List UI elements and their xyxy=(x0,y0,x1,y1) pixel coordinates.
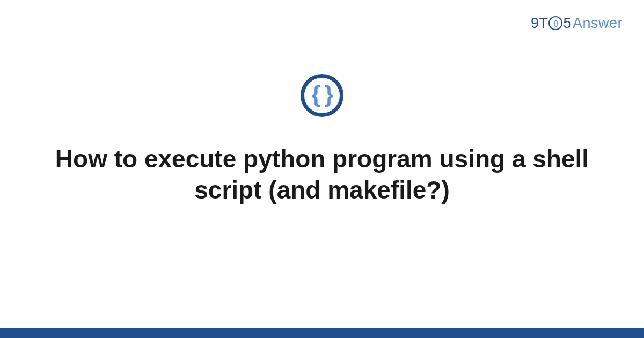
logo-text-9t: 9T xyxy=(531,15,548,32)
logo-o-braces: {} xyxy=(554,19,558,27)
code-braces-icon: { } xyxy=(301,74,343,117)
logo-text-5: 5 xyxy=(563,15,572,32)
question-title: How to execute python program using a sh… xyxy=(0,144,644,205)
logo-o-circle: {} xyxy=(548,16,562,30)
site-logo: 9T {} 5 Answer xyxy=(531,15,623,32)
logo-text-answer: Answer xyxy=(573,15,623,32)
footer-accent-bar xyxy=(0,328,644,338)
braces-glyph: { } xyxy=(312,83,332,106)
